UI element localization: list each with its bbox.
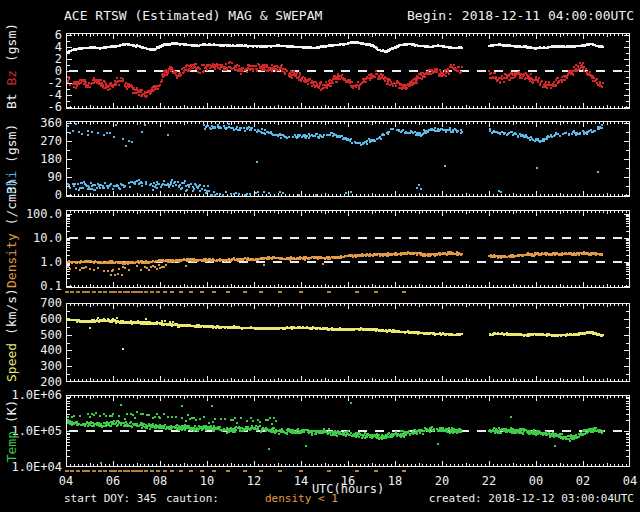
panel-canvas-temp <box>66 395 630 467</box>
panel-canvas-phi <box>66 121 630 197</box>
caution-mark <box>259 291 263 293</box>
y-axis-label-part: (K) <box>4 400 19 431</box>
caution-mark <box>402 291 406 293</box>
caution-mark <box>86 470 90 472</box>
caution-mark <box>113 470 117 472</box>
caution-mark <box>327 470 331 472</box>
caution-mark <box>374 470 378 472</box>
caution-mark <box>163 291 167 293</box>
y-axis-label-part: (gsm) <box>4 124 19 171</box>
caution-mark <box>243 291 247 293</box>
caution-mark <box>86 291 90 293</box>
created-timestamp: created: 2018-12-12 03:00:04UTC <box>429 492 634 505</box>
caution-mark <box>92 470 96 472</box>
caution-mark <box>103 470 107 472</box>
caution-mark <box>156 291 160 293</box>
panel-canvas-mag <box>66 33 630 109</box>
caution-mark <box>150 470 154 472</box>
caution-mark <box>98 291 102 293</box>
caution-mark <box>98 470 102 472</box>
y-axis-label-part: (km/s) <box>4 288 19 343</box>
caution-mark <box>170 470 174 472</box>
caution-mark <box>92 291 96 293</box>
y-axis-label-part: Temp <box>4 431 19 462</box>
caution-mark <box>226 470 230 472</box>
caution-mark <box>139 470 143 472</box>
caution-mark <box>76 291 80 293</box>
caution-mark <box>355 470 359 472</box>
caution-mark <box>150 291 154 293</box>
caution-mark <box>113 291 117 293</box>
caution-mark <box>139 291 143 293</box>
y-axis-label-part: Speed <box>4 343 19 382</box>
caution-mark <box>243 470 247 472</box>
caution-mark <box>65 291 69 293</box>
caution-mark <box>299 470 303 472</box>
y-axis-label-part: Bt <box>4 86 19 109</box>
y-axis-label-part: Bz <box>4 70 19 86</box>
caution-value: density < 1 <box>265 492 338 505</box>
caution-mark <box>76 470 80 472</box>
caution-label: caution: <box>166 492 219 505</box>
caution-mark <box>144 470 148 472</box>
ace-rtsw-plot: ACE RTSW (Estimated) MAG & SWEPAM Begin:… <box>0 0 640 512</box>
caution-mark <box>70 291 74 293</box>
y-axis-label-part: (/cm3) <box>4 178 19 233</box>
caution-mark <box>200 470 204 472</box>
caution-mark <box>259 470 263 472</box>
caution-mark <box>212 291 216 293</box>
y-axis-label-density: Density (/cm3) <box>4 210 20 288</box>
caution-mark <box>327 291 331 293</box>
caution-mark <box>374 291 378 293</box>
begin-timestamp: Begin: 2018-12-11 04:00:00UTC <box>407 8 634 23</box>
caution-mark <box>189 291 193 293</box>
caution-mark <box>355 291 359 293</box>
caution-mark <box>278 470 282 472</box>
panel-canvas-speed <box>66 303 630 382</box>
y-axis-label-part: (gsm) <box>4 23 19 70</box>
caution-mark <box>299 291 303 293</box>
caution-mark <box>189 470 193 472</box>
caution-mark <box>179 291 183 293</box>
caution-mark <box>163 470 167 472</box>
y-axis-label-temp: Temp (K) <box>4 395 20 467</box>
y-axis-label-speed: Speed (km/s) <box>4 303 20 382</box>
caution-mark <box>226 291 230 293</box>
caution-mark <box>402 470 406 472</box>
caution-mark <box>200 291 204 293</box>
caution-mark <box>126 291 130 293</box>
y-axis-label-part: Density <box>4 233 19 288</box>
plot-title: ACE RTSW (Estimated) MAG & SWEPAM <box>64 8 322 23</box>
caution-mark <box>170 291 174 293</box>
caution-mark <box>126 470 130 472</box>
caution-mark <box>179 470 183 472</box>
caution-mark <box>212 470 216 472</box>
caution-mark <box>278 291 282 293</box>
caution-mark <box>65 470 69 472</box>
caution-mark <box>70 470 74 472</box>
panel-canvas-density <box>66 210 630 288</box>
caution-mark <box>144 291 148 293</box>
caution-mark <box>118 291 122 293</box>
start-doy-label: start DOY: 345 <box>64 492 157 505</box>
caution-mark <box>103 291 107 293</box>
y-axis-label-mag: Bt Bz (gsm) <box>4 33 20 109</box>
caution-mark <box>118 470 122 472</box>
caution-mark <box>156 470 160 472</box>
